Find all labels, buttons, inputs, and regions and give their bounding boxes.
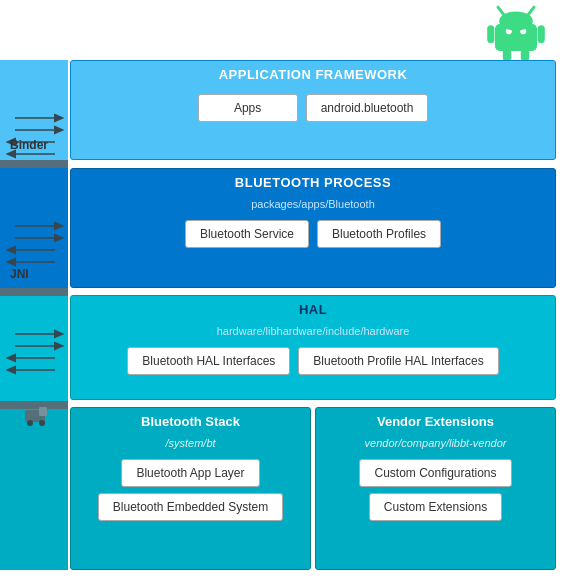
bt-service-box: Bluetooth Service xyxy=(185,220,309,248)
left-panel xyxy=(0,60,68,570)
svg-rect-15 xyxy=(0,401,68,409)
bottom-wrapper: Bluetooth Stack /system/bt Bluetooth App… xyxy=(70,407,556,570)
hal-title: HAL xyxy=(71,296,555,323)
svg-rect-5 xyxy=(487,25,494,43)
svg-line-1 xyxy=(498,7,504,15)
hal-sublabel: hardware/libhardware/include/hardware xyxy=(71,323,555,341)
app-framework-content: Apps android.bluetooth xyxy=(71,88,555,128)
svg-rect-6 xyxy=(538,25,545,43)
bt-profiles-box: Bluetooth Profiles xyxy=(317,220,441,248)
jni-label: JNI xyxy=(10,267,29,281)
bt-process-section: BLUETOOTH PROCESS packages/apps/Bluetoot… xyxy=(70,168,556,288)
vendor-ext-content: Custom Configurations Custom Extensions xyxy=(316,453,555,527)
vendor-ext-title: Vendor Extensions xyxy=(316,408,555,435)
binder-label: Binder xyxy=(10,138,48,152)
svg-rect-8 xyxy=(521,49,529,60)
bt-stack-section: Bluetooth Stack /system/bt Bluetooth App… xyxy=(70,407,311,570)
android-bluetooth-box: android.bluetooth xyxy=(306,94,429,122)
svg-rect-13 xyxy=(0,288,68,296)
bt-hal-interfaces-box: Bluetooth HAL Interfaces xyxy=(127,347,290,375)
bt-app-layer-box: Bluetooth App Layer xyxy=(121,459,259,487)
svg-line-2 xyxy=(528,7,534,15)
bt-embedded-system-box: Bluetooth Embedded System xyxy=(98,493,283,521)
bt-process-sublabel: packages/apps/Bluetooth xyxy=(71,196,555,214)
bt-stack-title: Bluetooth Stack xyxy=(71,408,310,435)
bt-profile-hal-interfaces-box: Bluetooth Profile HAL Interfaces xyxy=(298,347,498,375)
svg-rect-7 xyxy=(503,49,511,60)
diagram-wrapper: Binder JNI APPLICATION FRAMEWORK Apps an… xyxy=(0,0,566,578)
svg-point-9 xyxy=(499,11,533,30)
bt-process-content: Bluetooth Service Bluetooth Profiles xyxy=(71,214,555,254)
bt-stack-content: Bluetooth App Layer Bluetooth Embedded S… xyxy=(71,453,310,527)
svg-rect-42 xyxy=(39,407,47,416)
svg-point-43 xyxy=(27,420,33,426)
vendor-ext-sublabel: vendor/company/libbt-vendor xyxy=(316,435,555,453)
android-logo xyxy=(486,0,546,60)
svg-rect-11 xyxy=(0,160,68,168)
custom-extensions-box: Custom Extensions xyxy=(369,493,502,521)
svg-rect-16 xyxy=(0,409,68,570)
bt-stack-sublabel: /system/bt xyxy=(71,435,310,453)
apps-box: Apps xyxy=(198,94,298,122)
app-framework-title: APPLICATION FRAMEWORK xyxy=(71,61,555,88)
hal-section: HAL hardware/libhardware/include/hardwar… xyxy=(70,295,556,400)
hal-content: Bluetooth HAL Interfaces Bluetooth Profi… xyxy=(71,341,555,381)
vendor-ext-section: Vendor Extensions vendor/company/libbt-v… xyxy=(315,407,556,570)
custom-configurations-box: Custom Configurations xyxy=(359,459,511,487)
app-framework-section: APPLICATION FRAMEWORK Apps android.bluet… xyxy=(70,60,556,160)
svg-point-44 xyxy=(39,420,45,426)
bt-process-title: BLUETOOTH PROCESS xyxy=(71,169,555,196)
